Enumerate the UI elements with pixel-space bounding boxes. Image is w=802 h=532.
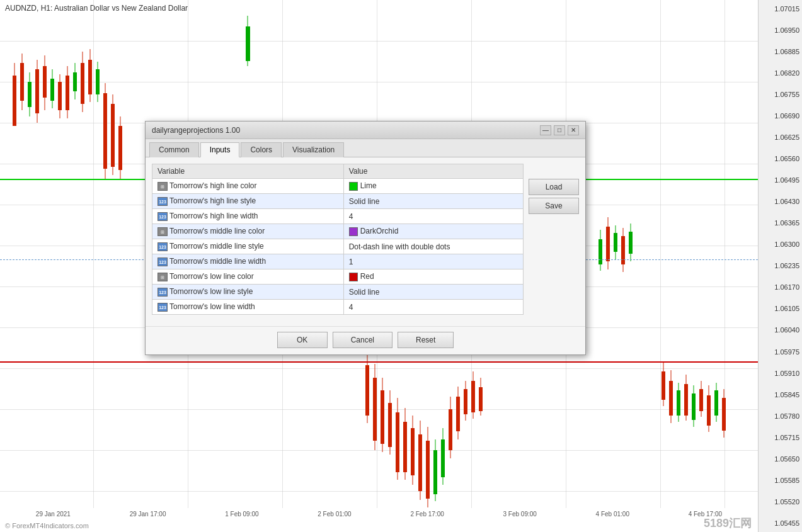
price-5: 1.06755 <box>761 91 799 98</box>
value-cell: 4 <box>343 209 523 224</box>
price-4: 1.06820 <box>761 69 799 77</box>
minimize-button[interactable]: — <box>540 125 551 135</box>
time-4: 2 Feb 01:00 <box>318 511 351 518</box>
settings-dialog: dailyrangeprojections 1.00 — □ ✕ Common … <box>145 121 586 355</box>
cancel-button[interactable]: Cancel <box>333 332 392 348</box>
variable-cell: ⊞ Tomorrow's high line color <box>152 179 344 194</box>
price-7: 1.06625 <box>761 133 799 141</box>
time-1: 29 Jan 2021 <box>36 511 71 518</box>
color-swatch <box>349 182 358 191</box>
price-24: 1.05520 <box>761 498 799 506</box>
value-cell: 4 <box>343 300 523 315</box>
col-variable: Variable <box>152 164 344 179</box>
dialog-footer: OK Cancel Reset <box>146 326 585 354</box>
variable-cell: 123 Tomorrow's low line width <box>152 300 344 315</box>
color-swatch <box>349 273 358 281</box>
table-row[interactable]: 123 Tomorrow's middle line width1 <box>152 254 524 269</box>
value-cell: Dot-dash line with double dots <box>343 239 523 254</box>
var-icon: ⊞ <box>158 227 168 236</box>
var-icon: ⊞ <box>158 273 168 281</box>
variable-cell: ⊞ Tomorrow's low line color <box>152 269 344 285</box>
price-2: 1.06950 <box>761 26 799 34</box>
value-cell: Lime <box>343 179 523 194</box>
color-swatch <box>349 227 358 236</box>
var-icon: 123 <box>158 258 168 266</box>
ok-button[interactable]: OK <box>277 332 328 348</box>
titlebar-buttons: — □ ✕ <box>540 125 579 135</box>
dialog-title: dailyrangeprojections 1.00 <box>152 126 240 135</box>
variable-cell: 123 Tomorrow's high line width <box>152 209 344 224</box>
value-cell: 1 <box>343 254 523 269</box>
var-icon: 123 <box>158 288 168 297</box>
time-2: 29 Jan 17:00 <box>130 511 166 518</box>
price-axis: 1.07015 1.06950 1.06885 1.06820 1.06755 … <box>758 0 802 532</box>
var-icon: ⊞ <box>158 182 168 191</box>
low-line <box>0 361 758 363</box>
reset-button[interactable]: Reset <box>398 332 454 348</box>
table-row[interactable]: ⊞ Tomorrow's middle line colorDarkOrchid <box>152 224 524 239</box>
table-row[interactable]: 123 Tomorrow's high line width4 <box>152 209 524 224</box>
var-icon: 123 <box>158 197 168 206</box>
col-value: Value <box>343 164 523 179</box>
price-17: 1.05975 <box>761 348 799 356</box>
tab-common[interactable]: Common <box>149 142 199 157</box>
variable-cell: 123 Tomorrow's middle line width <box>152 254 344 269</box>
variable-cell: 123 Tomorrow's low line style <box>152 285 344 300</box>
table-row[interactable]: ⊞ Tomorrow's low line colorRed <box>152 269 524 285</box>
price-25: 1.05455 <box>761 519 799 527</box>
value-cell: DarkOrchid <box>343 224 523 239</box>
value-cell: Solid line <box>343 285 523 300</box>
price-12: 1.06300 <box>761 241 799 248</box>
time-3: 1 Feb 09:00 <box>225 511 258 518</box>
table-row[interactable]: ⊞ Tomorrow's high line colorLime <box>152 179 524 194</box>
var-icon: 123 <box>158 212 168 221</box>
variable-cell: 123 Tomorrow's middle line style <box>152 239 344 254</box>
value-cell: Solid line <box>343 194 523 209</box>
table-row[interactable]: 123 Tomorrow's high line styleSolid line <box>152 194 524 209</box>
price-6: 1.06690 <box>761 112 799 120</box>
dialog-content: Variable Value ⊞ Tomorrow's high line co… <box>146 157 585 326</box>
time-5: 2 Feb 17:00 <box>410 511 444 518</box>
table-row[interactable]: 123 Tomorrow's low line styleSolid line <box>152 285 524 300</box>
variable-cell: ⊞ Tomorrow's middle line color <box>152 224 344 239</box>
price-15: 1.06105 <box>761 305 799 312</box>
price-16: 1.06040 <box>761 326 799 334</box>
price-3: 1.06885 <box>761 48 799 55</box>
side-buttons: Load Save <box>529 164 579 320</box>
params-table: Variable Value ⊞ Tomorrow's high line co… <box>152 164 524 315</box>
value-cell: Red <box>343 269 523 285</box>
var-icon: 123 <box>158 242 168 251</box>
price-23: 1.05585 <box>761 477 799 484</box>
close-button[interactable]: ✕ <box>568 125 579 135</box>
time-axis: 29 Jan 2021 29 Jan 17:00 1 Feb 09:00 2 F… <box>0 508 758 519</box>
watermark-right: 5189汇网 <box>704 516 752 531</box>
price-10: 1.06430 <box>761 198 799 205</box>
price-13: 1.06235 <box>761 262 799 269</box>
load-button[interactable]: Load <box>529 179 579 195</box>
time-6: 3 Feb 09:00 <box>503 511 536 518</box>
dialog-titlebar: dailyrangeprojections 1.00 — □ ✕ <box>146 122 585 139</box>
dialog-tabs: Common Inputs Colors Visualization <box>146 139 585 157</box>
price-20: 1.05780 <box>761 412 799 420</box>
watermark-left: © ForexMT4Indicators.com <box>5 522 89 529</box>
price-19: 1.05845 <box>761 391 799 399</box>
table-section: Variable Value ⊞ Tomorrow's high line co… <box>152 164 524 320</box>
time-7: 4 Feb 01:00 <box>596 511 629 518</box>
price-9: 1.06495 <box>761 176 799 184</box>
price-14: 1.06170 <box>761 283 799 291</box>
table-row[interactable]: 123 Tomorrow's middle line styleDot-dash… <box>152 239 524 254</box>
save-button[interactable]: Save <box>529 198 579 214</box>
price-8: 1.06560 <box>761 155 799 162</box>
variable-cell: 123 Tomorrow's high line style <box>152 194 344 209</box>
tab-visualization[interactable]: Visualization <box>283 142 344 157</box>
tab-colors[interactable]: Colors <box>241 142 282 157</box>
var-icon: 123 <box>158 303 168 312</box>
price-1: 1.07015 <box>761 5 799 13</box>
maximize-button[interactable]: □ <box>554 125 565 135</box>
price-11: 1.06365 <box>761 219 799 227</box>
tab-inputs[interactable]: Inputs <box>200 142 240 157</box>
dialog-main: Variable Value ⊞ Tomorrow's high line co… <box>152 164 579 320</box>
price-21: 1.05715 <box>761 434 799 441</box>
table-row[interactable]: 123 Tomorrow's low line width4 <box>152 300 524 315</box>
price-18: 1.05910 <box>761 370 799 377</box>
